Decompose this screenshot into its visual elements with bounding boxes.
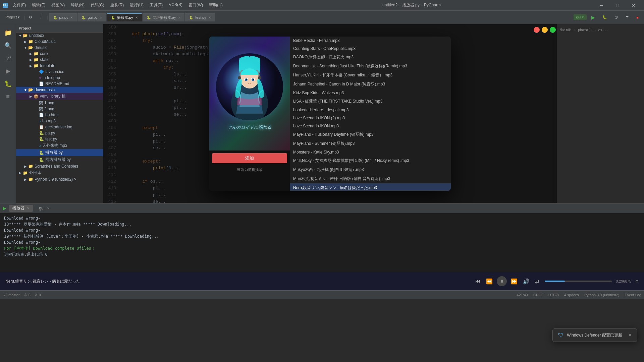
tree-item-cloudmusic[interactable]: ▶ 📁 CloudMusic	[16, 39, 103, 45]
tree-item-bo-mp3[interactable]: ♪ bo.mp3	[16, 118, 103, 124]
playlist-item[interactable]: LiSA - 紅蓮華 (THE FIRST TAKE Studio Ver.).…	[290, 97, 451, 106]
tree-item-template[interactable]: ▶ 📁 template	[16, 63, 103, 69]
tree-item-python39[interactable]: ▶ 📁 Python 3.9 (untitled2) >	[16, 176, 103, 182]
playlist-item[interactable]: Deepmaniak - Something Just Like This (就…	[290, 62, 451, 71]
playlist-item[interactable]: MayPiano - Illusionary Daytime (钢琴版).mp3	[290, 130, 451, 139]
prev-button[interactable]: ⏮	[474, 277, 482, 286]
playlist-item[interactable]: Kidz Bop Kids - Wolves.mp3	[290, 89, 451, 97]
fast-forward-button[interactable]: ⏩	[509, 277, 519, 286]
tab-close-gui[interactable]: ✕	[100, 16, 102, 19]
tree-item-core[interactable]: ▶ 📁 core	[16, 51, 103, 57]
menu-refactor[interactable]: 重构(R)	[108, 2, 127, 9]
sidebar-icon-run[interactable]: ▶	[2, 65, 14, 77]
tree-item-scratches[interactable]: ▶ 📁 Scratches and Consoles	[16, 163, 103, 169]
tree-item-readme[interactable]: 📄 README.md	[16, 81, 103, 87]
playlist-item-playing[interactable]: Neru,鏡音リン,鏡音レン - 病名は愛だった.mp3	[290, 183, 451, 191]
tab-close-pa[interactable]: ✕	[70, 16, 73, 19]
tree-item-static[interactable]: ▶ 📁 static	[16, 57, 103, 63]
sidebar-icon-vcs[interactable]: ⎇	[2, 52, 14, 64]
tree-item-pa-py[interactable]: 🐍 pa.py	[16, 130, 103, 136]
tab-close-net-player[interactable]: ✕	[178, 16, 180, 19]
tree-item-dmusic[interactable]: ▼ 📂 dmusic	[16, 45, 103, 51]
close-button[interactable]: ✕	[626, 0, 641, 10]
menu-view[interactable]: 视图(V)	[49, 2, 67, 9]
tree-item-player-py[interactable]: 🐍 播放器.py	[16, 149, 103, 156]
toolbar-more[interactable]: ⋮	[36, 14, 45, 20]
sidebar-icon-search[interactable]: 🔍	[2, 40, 14, 52]
menu-code[interactable]: 代码(C)	[88, 2, 107, 9]
play-pause-button[interactable]: ⏸	[497, 276, 507, 286]
notification-close-icon[interactable]: ✕	[628, 333, 632, 338]
tab-player-py[interactable]: 🐍 播放器.py ✕	[107, 13, 142, 21]
playlist-item[interactable]: Johann Pachelbel - Canon In D Major (纯音乐…	[290, 80, 451, 89]
run-play-icon[interactable]: ▶	[3, 205, 6, 211]
playlist-item[interactable]: Mukyo木西 - 九张机 (翻自 叶炫清) .mp3	[290, 165, 451, 174]
menu-window[interactable]: 窗口(W)	[186, 2, 206, 9]
event-log[interactable]: Event Log	[625, 293, 641, 297]
profile-button[interactable]: ⏱	[612, 14, 621, 20]
menu-edit[interactable]: 编辑(E)	[29, 2, 48, 9]
progress-bar-container[interactable]	[545, 281, 612, 282]
volume-button[interactable]: 🔊	[522, 277, 531, 286]
tree-item-bo-html[interactable]: 📄 bo.html	[16, 112, 103, 118]
playlist-item[interactable]: Counting Stars - OneRepublic.mp3	[290, 45, 451, 53]
menu-run[interactable]: 运行(U)	[127, 2, 146, 9]
tree-item-1png[interactable]: 🖼 1.png	[16, 100, 103, 106]
maximize-button[interactable]: □	[610, 0, 625, 10]
coverage-button[interactable]: ☂	[623, 14, 632, 20]
stop-button[interactable]: ■	[634, 14, 641, 20]
tree-item-2png[interactable]: 🖼 2.png	[16, 106, 103, 112]
menu-help[interactable]: 帮助(H)	[206, 2, 225, 9]
playlist-item[interactable]: LookedatHerfore - despair.mp3	[290, 106, 451, 114]
rewind-button[interactable]: ⏪	[485, 277, 494, 286]
shuffle-button[interactable]: ⇄	[534, 277, 541, 286]
error-count[interactable]: ✕ 0	[35, 293, 41, 297]
tab-close-player[interactable]: ✕	[135, 16, 138, 19]
project-dropdown[interactable]: Project ▾	[3, 14, 22, 20]
playlist-item[interactable]: Monsters - Katie Sky.mp3	[290, 148, 451, 156]
toolbar-settings[interactable]: ⚙	[26, 14, 35, 20]
tree-item-geckodriver[interactable]: 📋 geckodriver.log	[16, 124, 103, 130]
tree-item-untitled2[interactable]: ▼ 📂 untitled2	[16, 33, 103, 39]
playlist-panel[interactable]: Bebe Rexha - Ferrari.mp3 Counting Stars …	[290, 37, 451, 191]
tab-net-player-py[interactable]: 🐍 网络播放器.py ✕	[143, 13, 185, 21]
menu-vcs[interactable]: VCS(S)	[166, 2, 185, 9]
tab-gui-py[interactable]: 🐍 gui.py ✕	[77, 13, 106, 21]
tree-item-venv[interactable]: ▶ 📦 venv library 根	[16, 93, 103, 100]
tree-item-tianwai-mp3[interactable]: ♪ 天外来物.mp3	[16, 142, 103, 149]
run-button[interactable]: ▶	[589, 14, 598, 21]
debug-button[interactable]: 🐛	[600, 14, 610, 20]
tree-item-favicon[interactable]: 🔷 favicon.ico	[16, 69, 103, 75]
menu-nav[interactable]: 导航(N)	[68, 2, 87, 9]
tree-item-test-py[interactable]: 🐍 test.py	[16, 136, 103, 142]
run-tab-gui[interactable]: gui ✕	[36, 205, 53, 211]
playlist-item[interactable]: Bebe Rexha - Ferrari.mp3	[290, 37, 451, 45]
python-version[interactable]: Python 3.9 (untitled2)	[584, 293, 620, 297]
sidebar-icon-structure[interactable]: ≡	[2, 90, 14, 103]
run-tab-close-player[interactable]: ✕	[27, 206, 30, 210]
tab-test-py[interactable]: 🐍 test.py ✕	[185, 13, 215, 21]
minimize-button[interactable]: ─	[594, 0, 609, 10]
tree-item-downmusic[interactable]: ▼ 📂 downmusic	[16, 87, 103, 93]
settings-icon[interactable]: ⚙	[635, 279, 639, 284]
git-status[interactable]: ⎇ master	[3, 293, 20, 297]
warning-status[interactable]: ⚠ 6	[24, 293, 31, 297]
sidebar-icon-debug[interactable]: 🐛	[2, 78, 14, 90]
tree-item-ext-lib[interactable]: ▶ 📁 外部库	[16, 169, 103, 176]
run-tab-player[interactable]: 播放器 ✕	[9, 205, 33, 212]
tab-pa-py[interactable]: 🐍 pa.py ✕	[49, 13, 77, 21]
tree-item-net-player-py[interactable]: 🐍 网络播放器.py	[16, 156, 103, 163]
sidebar-icon-files[interactable]: 📁	[2, 27, 14, 39]
playlist-item[interactable]: Hanser,YUKIri - 和乐千本樱 (Cover miku ／ 鏡音）.…	[290, 71, 451, 80]
playlist-item[interactable]: MayPiano - Summer (钢琴版).mp3	[290, 139, 451, 148]
playlist-item[interactable]: Love Scenario-iKON (2).mp3	[290, 114, 451, 122]
console-area[interactable]: Download wrong~ 18***** 罗曼蒂克的爱情 - 卢本作.m4…	[0, 213, 644, 272]
run-tab-close-gui[interactable]: ✕	[47, 206, 50, 210]
menu-file[interactable]: 文件(F)	[10, 2, 29, 9]
add-song-button[interactable]: 添加	[212, 153, 287, 163]
tree-item-index-php[interactable]: ⎆ index.php	[16, 75, 103, 81]
playlist-item[interactable]: DAOKO,米津玄師 - 打上花火.mp3	[290, 53, 451, 62]
playlist-item[interactable]: Mr.lì,Nicky - 艾福杰尼-说散就散(抖音版) (Mr.lì / Ni…	[290, 156, 451, 165]
playlist-item[interactable]: Muri木荒,初音ミク - 芒种 日语版 (翻自 音阙诗听) .mp3	[290, 174, 451, 183]
menu-tools[interactable]: 工具(T)	[147, 2, 165, 9]
